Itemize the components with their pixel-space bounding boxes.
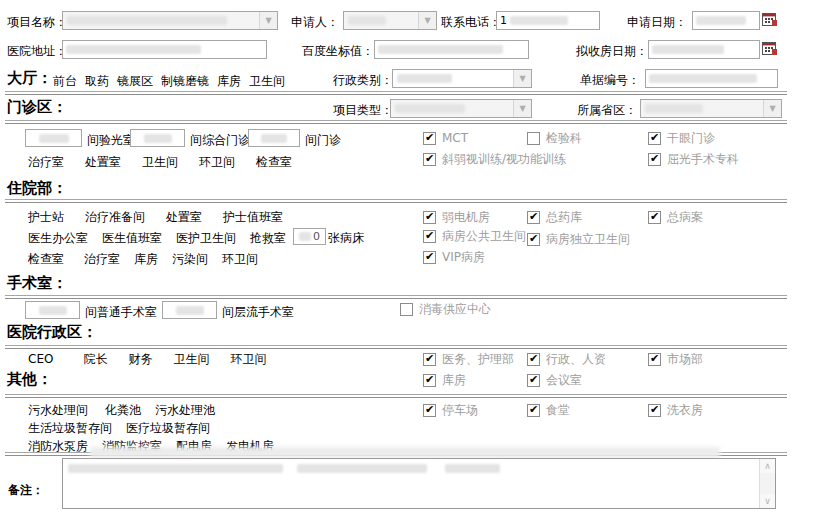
phone-label: 联系电话：	[441, 14, 501, 31]
optometry-room-count-input[interactable]	[25, 129, 82, 147]
scroll-up-icon[interactable]: ∧	[760, 459, 775, 473]
textarea-scrollbar[interactable]: ∧ ∨	[759, 459, 775, 508]
room-label: 环卫间	[199, 155, 235, 169]
checkbox-medical-records[interactable]: ✔总病案	[648, 210, 703, 224]
baidu-coord-input[interactable]	[374, 40, 529, 59]
section-divider	[5, 120, 787, 124]
laminar-or-count-input[interactable]	[162, 301, 217, 319]
doc-number-label: 单据编号：	[580, 72, 640, 89]
baidu-coord-label: 百度坐标值：	[302, 43, 374, 60]
redacted-text	[66, 45, 201, 54]
redacted-text	[297, 464, 427, 473]
redacted-text	[652, 45, 724, 54]
section-divider	[5, 295, 787, 299]
checkbox-weak-current-room[interactable]: ✔弱电机房	[423, 210, 490, 224]
room-label: 检查室	[256, 155, 292, 169]
inpatient-rooms-row: 检查室治疗室库房污染间环卫间	[28, 251, 272, 268]
checkbox-refractive-surgery-dept[interactable]: ✔屈光手术专科	[648, 152, 739, 166]
project-name-label: 项目名称：	[7, 14, 67, 31]
chevron-down-icon[interactable]: ▼	[418, 12, 436, 29]
room-label: 化粪池	[105, 403, 141, 417]
general-or-count-input[interactable]	[25, 301, 80, 319]
checkbox-box: ✔	[648, 211, 661, 224]
clinic-count-input[interactable]	[248, 129, 300, 147]
checkbox-marketing-dept[interactable]: ✔市场部	[648, 352, 703, 366]
room-label: 库房	[217, 74, 241, 88]
room-label: 医护卫生间	[176, 231, 236, 245]
room-label: 医生办公室	[28, 231, 88, 245]
hospital-address-input[interactable]	[62, 40, 267, 59]
room-label: 卫生间	[173, 352, 209, 366]
admin-category-label: 行政类别：	[333, 72, 393, 89]
redacted-text	[645, 104, 703, 113]
room-label: 环卫间	[222, 252, 258, 266]
remarks-textarea[interactable]: ∧ ∨	[62, 458, 776, 509]
redacted-text	[378, 45, 503, 54]
calendar-icon[interactable]	[762, 41, 778, 56]
province-select[interactable]: ▼	[640, 99, 782, 118]
room-label: 治疗室	[28, 155, 64, 169]
calendar-icon[interactable]	[762, 12, 778, 27]
bed-suffix-label: 张病床	[328, 230, 364, 247]
checkbox-lab-dept[interactable]: 检验科	[527, 131, 582, 145]
chevron-down-icon[interactable]: ▼	[763, 100, 781, 117]
checkbox-box: ✔	[648, 404, 661, 417]
checkbox-amblyopia-vision-training[interactable]: ✔斜弱视训练/视功能训练	[423, 152, 566, 166]
phone-input[interactable]: 1	[496, 11, 600, 30]
checkbox-disinfection-supply-center[interactable]: 消毒供应中心	[400, 302, 491, 316]
project-name-select[interactable]: ▼	[62, 11, 278, 30]
checkbox-meeting-room[interactable]: ✔会议室	[527, 373, 582, 387]
bed-count-input[interactable]: 0	[293, 228, 326, 245]
checkbox-admin-hr-dept[interactable]: ✔行政、人资	[527, 352, 606, 366]
redacted-text	[176, 306, 204, 315]
project-type-label: 项目类型：	[333, 102, 393, 119]
redacted-text	[649, 74, 757, 83]
room-label: 消防水泵房	[28, 439, 88, 453]
checkbox-main-pharmacy[interactable]: ✔总药库	[527, 210, 582, 224]
checkbox-ward-private-toilet[interactable]: ✔病房独立卫生间	[527, 232, 630, 246]
room-label: 环卫间	[230, 352, 266, 366]
checkbox-box: ✔	[423, 132, 436, 145]
checkbox-laundry[interactable]: ✔洗衣房	[648, 403, 703, 417]
room-label: 污水处理间	[28, 403, 88, 417]
redacted-text	[68, 464, 283, 473]
section-title-admin: 医院行政区：	[7, 323, 97, 342]
hospital-address-label: 医院地址：	[7, 43, 67, 60]
room-label: CEO	[28, 352, 53, 366]
doc-number-input[interactable]	[645, 69, 778, 88]
province-label: 所属省区：	[577, 102, 637, 119]
scroll-down-icon[interactable]: ∨	[760, 494, 775, 508]
checkbox-mct[interactable]: ✔MCT	[423, 131, 468, 145]
checkbox-medical-nursing-dept[interactable]: ✔医务、护理部	[423, 352, 514, 366]
chevron-down-icon[interactable]: ▼	[513, 70, 531, 87]
room-count-suffix: 间门诊	[305, 132, 341, 149]
redacted-text	[696, 16, 746, 25]
room-label: 治疗室	[84, 252, 120, 266]
receive-date-input[interactable]	[648, 40, 760, 59]
room-count-suffix: 间综合门诊	[190, 132, 250, 149]
room-label: 医生值班室	[102, 231, 162, 245]
room-label: 库房	[134, 252, 158, 266]
general-clinic-count-input[interactable]	[130, 129, 185, 147]
chevron-down-icon[interactable]: ▼	[513, 100, 531, 117]
room-label: 抢救室	[250, 231, 286, 245]
admin-category-select[interactable]: ▼	[392, 69, 532, 88]
checkbox-box: ✔	[423, 153, 436, 166]
apply-date-input[interactable]	[692, 11, 760, 30]
checkbox-dry-eye-clinic[interactable]: ✔干眼门诊	[648, 131, 715, 145]
inpatient-rooms-row: 护士站治疗准备间处置室护士值班室	[28, 209, 304, 226]
section-title-outpatient: 门诊区：	[7, 98, 67, 117]
project-type-select[interactable]: ▼	[390, 99, 532, 118]
checkbox-vip-ward[interactable]: ✔VIP病房	[423, 250, 485, 264]
applicant-select[interactable]: ▼	[343, 11, 437, 30]
chevron-down-icon[interactable]: ▼	[259, 12, 277, 29]
checkbox-ward-public-toilet[interactable]: ✔病房公共卫生间	[423, 229, 526, 243]
room-label: 卫生间	[142, 155, 178, 169]
receive-date-label: 拟收房日期：	[576, 43, 648, 60]
checkbox-canteen[interactable]: ✔食堂	[527, 403, 570, 417]
applicant-label: 申请人：	[291, 14, 339, 31]
checkbox-box: ✔	[648, 132, 661, 145]
checkbox-parking-lot[interactable]: ✔停车场	[423, 403, 478, 417]
checkbox-storeroom[interactable]: ✔库房	[423, 373, 466, 387]
apply-date-label: 申请日期：	[627, 14, 687, 31]
